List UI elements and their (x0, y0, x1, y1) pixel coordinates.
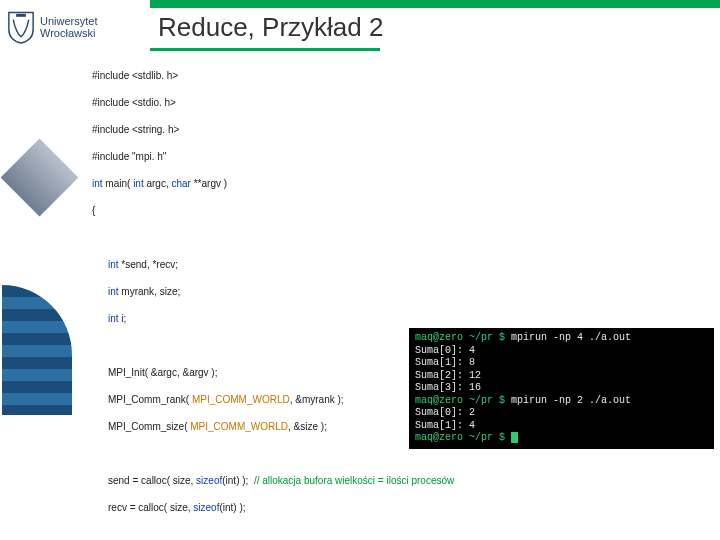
code-line: send = calloc( size, sizeof(int) ); // a… (92, 474, 710, 488)
terminal-line: Suma[1]: 4 (415, 420, 708, 433)
code-line: #include "mpi. h" (92, 150, 710, 164)
university-name: Uniwersytet Wrocławski (40, 15, 97, 39)
terminal-line: maq@zero ~/pr $ mpirun -np 4 ./a.out (415, 332, 708, 345)
crest-icon (6, 10, 36, 44)
code-line: #include <string. h> (92, 123, 710, 137)
decorative-fan (2, 285, 72, 415)
code-line: int myrank, size; (92, 285, 710, 299)
svg-rect-0 (16, 14, 26, 17)
code-line (92, 231, 710, 245)
decorative-sidebar (0, 50, 80, 540)
code-line: int i; (92, 312, 710, 326)
code-line (92, 528, 710, 541)
cursor-icon (511, 432, 518, 443)
terminal-output: maq@zero ~/pr $ mpirun -np 4 ./a.out Sum… (409, 328, 714, 449)
slide-title: Reduce, Przykład 2 (158, 12, 383, 43)
code-line: #include <stdlib. h> (92, 69, 710, 83)
code-line: int main( int argc, char **argv ) (92, 177, 710, 191)
terminal-line: Suma[0]: 4 (415, 345, 708, 358)
code-line: #include <stdio. h> (92, 96, 710, 110)
terminal-line: maq@zero ~/pr $ mpirun -np 2 ./a.out (415, 395, 708, 408)
university-logo: Uniwersytet Wrocławski (6, 6, 146, 48)
terminal-line: Suma[1]: 8 (415, 357, 708, 370)
code-line: { (92, 204, 710, 218)
university-name-line2: Wrocławski (40, 27, 97, 39)
university-name-line1: Uniwersytet (40, 15, 97, 27)
code-line: recv = calloc( size, sizeof(int) ); (92, 501, 710, 515)
terminal-line: Suma[3]: 16 (415, 382, 708, 395)
terminal-line: maq@zero ~/pr $ (415, 432, 708, 445)
terminal-line: Suma[0]: 2 (415, 407, 708, 420)
terminal-line: Suma[2]: 12 (415, 370, 708, 383)
header-accent-bar (150, 0, 720, 8)
code-listing: #include <stdlib. h> #include <stdio. h>… (92, 55, 710, 530)
title-underline (150, 48, 380, 51)
decorative-square (1, 139, 79, 217)
code-line: int *send, *recv; (92, 258, 710, 272)
